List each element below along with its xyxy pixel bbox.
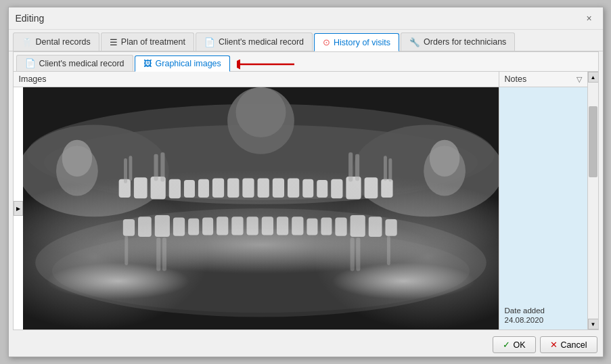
cancel-icon: ✕ xyxy=(550,340,558,350)
scroll-down-button[interactable]: ▼ xyxy=(588,319,598,329)
sub-tab-clients-medical-record[interactable]: 📄 Client's medical record xyxy=(16,55,133,71)
close-button[interactable]: × xyxy=(583,12,596,25)
scroll-up-button[interactable]: ▲ xyxy=(588,72,598,83)
doc-small-icon: 📄 xyxy=(25,58,36,68)
image-icon: 🖼 xyxy=(143,59,152,68)
tab-medical-record[interactable]: 📄 Client's medical record xyxy=(196,32,313,51)
tab-orders-technicians[interactable]: 🔧 Orders for technicians xyxy=(401,32,515,51)
scrollbar: ▲ ▼ xyxy=(587,72,598,329)
tab-history-visits[interactable]: ⊙ History of visits xyxy=(314,33,399,51)
red-arrow-svg xyxy=(237,58,298,71)
ok-button[interactable]: ✓ OK xyxy=(493,336,536,353)
tab-dental-records[interactable]: 🦷 Dental records xyxy=(13,32,99,51)
sub-tabs: 📄 Client's medical record 🖼 Graphical im… xyxy=(14,52,598,72)
arrow-indicator xyxy=(231,58,298,71)
clock-icon: ⊙ xyxy=(323,37,330,47)
content-area: 📄 Client's medical record 🖼 Graphical im… xyxy=(13,51,599,330)
col-notes-header: Notes ▽ xyxy=(499,72,587,87)
notes-cell: Date added 24.08.2020 xyxy=(499,87,587,329)
doc-icon: 📄 xyxy=(204,37,215,47)
footer: ✓ OK ✕ Cancel xyxy=(9,333,603,357)
list-icon: ☰ xyxy=(110,37,118,47)
tab-plan-treatment[interactable]: ☰ Plan of treatment xyxy=(101,32,194,51)
table-header: Images Notes ▽ xyxy=(14,72,587,87)
sub-tab-graphical-images[interactable]: 🖼 Graphical images xyxy=(135,55,230,72)
col-images-header: Images xyxy=(14,72,499,87)
title-bar: Editing × xyxy=(9,7,603,30)
filter-icon[interactable]: ▽ xyxy=(576,75,582,84)
scroll-track xyxy=(588,83,598,319)
xray-background xyxy=(23,87,499,329)
xray-image-cell[interactable] xyxy=(23,87,499,329)
tooth-icon: 🦷 xyxy=(22,37,32,47)
main-tabs: 🦷 Dental records ☰ Plan of treatment 📄 C… xyxy=(9,30,603,51)
wrench-icon: 🔧 xyxy=(409,37,420,47)
cancel-button[interactable]: ✕ Cancel xyxy=(540,336,597,353)
date-added-value: 24.08.2020 xyxy=(505,316,582,324)
date-added-label: Date added xyxy=(505,306,582,315)
table-body: ▶ xyxy=(14,87,587,329)
scroll-thumb[interactable] xyxy=(589,106,597,177)
dialog-title: Editing xyxy=(16,13,45,24)
checkmark-icon: ✓ xyxy=(503,340,510,350)
xray-overlay xyxy=(23,87,499,329)
collapse-button[interactable]: ▶ xyxy=(14,201,23,216)
editing-dialog: Editing × 🦷 Dental records ☰ Plan of tre… xyxy=(8,7,604,357)
